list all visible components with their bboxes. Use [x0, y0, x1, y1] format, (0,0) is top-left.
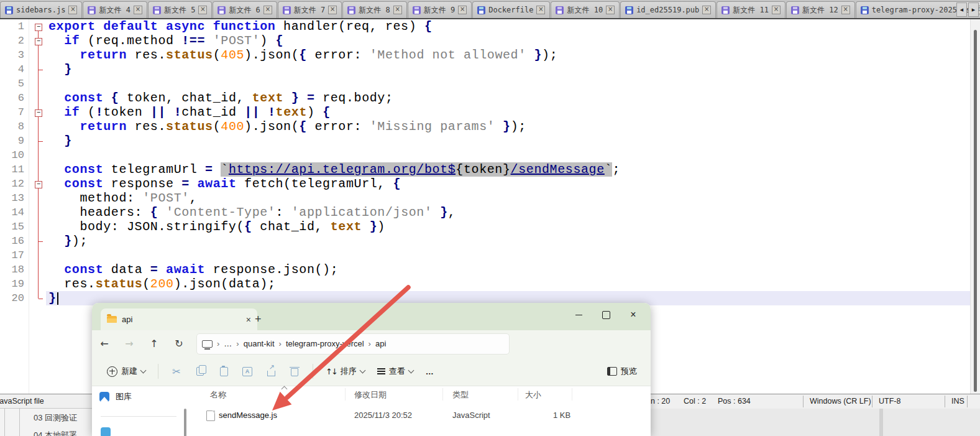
tab-close-icon[interactable]: ×: [328, 6, 337, 14]
code-line[interactable]: body: JSON.stringify({ chat_id, text }): [46, 220, 971, 234]
code-line[interactable]: [46, 77, 971, 91]
copy-button[interactable]: [190, 362, 211, 381]
editor-tab[interactable]: sidebars.js×: [0, 1, 82, 18]
tab-close-icon[interactable]: ×: [458, 6, 467, 14]
breadcrumb-items: ›…›quant-kit›telegram-proxy-vercel›api: [217, 339, 386, 348]
tab-close-icon[interactable]: ×: [263, 6, 272, 14]
view-button[interactable]: 查看: [372, 362, 418, 381]
copy-icon: [196, 367, 204, 376]
explorer-tab-api[interactable]: api ×: [101, 308, 257, 330]
editor-tab[interactable]: 新文件 9×: [408, 1, 472, 18]
code-line[interactable]: return res.status(400).json({ error: 'Mi…: [46, 119, 971, 134]
code-token: [48, 262, 64, 277]
editor-tab[interactable]: 新文件 6×: [213, 1, 277, 18]
fold-collapse-icon[interactable]: −: [35, 181, 42, 188]
tab-scroll-right-icon[interactable]: ▶: [968, 2, 979, 17]
tab-scroll-left-icon[interactable]: ◀: [956, 2, 967, 17]
code-line[interactable]: res.status(200).json(data);: [46, 277, 971, 291]
code-line[interactable]: const { token, chat_id, text } = req.bod…: [46, 91, 971, 105]
editor-tab[interactable]: 新文件 10×: [551, 1, 620, 18]
background-list-item[interactable]: 03 回测验证: [34, 412, 77, 424]
delete-button[interactable]: [284, 362, 305, 381]
sort-button[interactable]: ↑↓ 排序: [321, 362, 370, 381]
preview-button[interactable]: 预览: [602, 362, 642, 381]
code-line[interactable]: [46, 248, 971, 262]
cut-button[interactable]: ✂: [166, 362, 187, 381]
background-list-item[interactable]: 04 本地部署: [34, 430, 77, 436]
tab-close-icon[interactable]: ×: [134, 6, 142, 14]
close-button[interactable]: ×: [620, 304, 647, 325]
code-token: ,: [448, 205, 456, 220]
new-button[interactable]: 新建: [102, 362, 150, 381]
save-state-icon: [625, 6, 633, 14]
editor-tab[interactable]: 新文件 12×: [786, 1, 855, 18]
code-line[interactable]: if (req.method !== 'POST') {: [46, 34, 971, 48]
editor-tab[interactable]: 新文件 7×: [278, 1, 342, 18]
code-line[interactable]: export default async function handler(re…: [46, 19, 971, 34]
editor-tab[interactable]: 新文件 5×: [148, 1, 212, 18]
up-button[interactable]: ↑: [142, 338, 167, 350]
column-header-type[interactable]: 类型: [452, 389, 469, 401]
tab-close-icon[interactable]: ×: [606, 6, 615, 14]
editor-tab[interactable]: 新文件 11×: [717, 1, 785, 18]
maximize-button[interactable]: [592, 304, 620, 325]
save-state-icon: [477, 6, 485, 14]
refresh-button[interactable]: ↻: [167, 338, 191, 350]
editor-tab[interactable]: id_ed25519.pub×: [620, 1, 716, 18]
column-separator: [518, 388, 518, 401]
rename-button[interactable]: A: [237, 362, 258, 381]
fold-collapse-icon[interactable]: −: [35, 109, 42, 117]
fold-collapse-icon[interactable]: −: [35, 38, 42, 45]
code-line[interactable]: }: [46, 134, 971, 148]
forward-button[interactable]: →: [117, 338, 142, 350]
code-line[interactable]: [46, 148, 971, 162]
tab-close-icon[interactable]: ×: [702, 6, 711, 14]
share-button[interactable]: [260, 362, 282, 381]
breadcrumb[interactable]: ›…›quant-kit›telegram-proxy-vercel›api: [196, 333, 510, 355]
new-tab-button[interactable]: +: [255, 313, 262, 326]
tab-close-icon[interactable]: ×: [68, 6, 77, 14]
code-folding-margin[interactable]: −−−−: [29, 19, 47, 394]
code-token: [158, 205, 166, 220]
column-header-size[interactable]: 大小: [525, 389, 541, 401]
editor-tab[interactable]: 新文件 8×: [342, 1, 406, 18]
file-row[interactable]: sendMessage.js2025/11/3 20:52JavaScript1…: [190, 406, 646, 425]
paste-button[interactable]: [213, 362, 234, 381]
breadcrumb-item[interactable]: telegram-proxy-vercel: [286, 339, 364, 348]
code-line[interactable]: const data = await response.json();: [46, 262, 971, 277]
clipped-sidebar-icon[interactable]: [101, 427, 111, 436]
tab-close-icon[interactable]: ×: [246, 315, 251, 325]
minimize-button[interactable]: [565, 304, 592, 325]
column-header-name[interactable]: 名称: [210, 389, 226, 401]
code-line[interactable]: const telegramUrl = `https://api.telegra…: [46, 162, 971, 177]
code-line[interactable]: });: [46, 234, 971, 248]
editor-tab[interactable]: 新文件 4×: [83, 1, 147, 18]
tab-close-icon[interactable]: ×: [393, 6, 402, 14]
editor-tab[interactable]: Dockerfile×: [472, 1, 550, 18]
code-line[interactable]: method: 'POST',: [46, 191, 971, 205]
sidebar-item-gallery[interactable]: 图库: [99, 391, 132, 402]
code-token: error:: [307, 48, 370, 62]
column-header-date[interactable]: 修改日期: [354, 389, 387, 401]
code-line[interactable]: }: [46, 62, 971, 77]
code-token: }: [495, 119, 510, 134]
fold-collapse-icon[interactable]: −: [35, 24, 42, 31]
code-line[interactable]: if (!token || !chat_id || !text) {: [46, 105, 971, 119]
editor-scrollbar-thumb[interactable]: [974, 30, 977, 392]
code-token: [48, 48, 80, 62]
breadcrumb-item[interactable]: api: [375, 339, 386, 348]
explorer-title-bar[interactable]: api × + ×: [92, 303, 651, 330]
more-options-button[interactable]: …: [421, 363, 439, 380]
tab-close-icon[interactable]: ×: [536, 6, 545, 14]
tab-close-icon[interactable]: ×: [198, 6, 207, 14]
tab-close-icon[interactable]: ×: [772, 6, 781, 14]
tab-close-icon[interactable]: ×: [841, 6, 850, 14]
sidebar-scrollbar-thumb[interactable]: [184, 409, 186, 436]
code-line[interactable]: const response = await fetch(telegramUrl…: [46, 177, 971, 191]
code-token: response: [103, 177, 181, 191]
code-line[interactable]: headers: { 'Content-Type': 'application/…: [46, 205, 971, 220]
back-button[interactable]: ←: [92, 338, 117, 350]
code-line[interactable]: return res.status(405).json({ error: 'Me…: [46, 48, 971, 62]
breadcrumb-item[interactable]: quant-kit: [244, 339, 275, 348]
breadcrumb-item[interactable]: …: [224, 339, 232, 348]
